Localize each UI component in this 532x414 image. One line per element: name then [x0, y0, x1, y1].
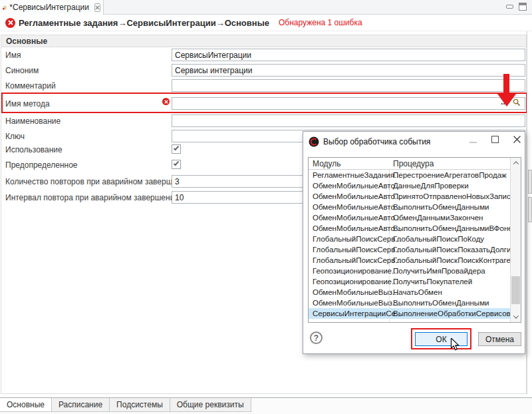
error-count-text: Обнаружена 1 ошибка [279, 18, 362, 27]
table-row[interactable]: ГлобальныйПоискСерв...ГлобальныйПоискПоК… [309, 234, 510, 244]
cell-module: ОбменМобильныеАвто... [313, 223, 401, 234]
table-rows: РегламентныеЗадания...ПерестроениеАгрега… [309, 170, 510, 319]
handlers-table: Модуль Процедура РегламентныеЗадания...П… [308, 157, 521, 323]
comment-input[interactable] [172, 79, 525, 92]
error-badge-icon [5, 18, 15, 28]
label-key: Ключ [5, 132, 25, 141]
method-name-field[interactable]: ... [172, 97, 525, 110]
label-synonym: Синоним [5, 66, 39, 75]
minimize-icon[interactable] [469, 142, 477, 143]
editor-tab-strip: *СервисыИнтеграции [0, 0, 532, 15]
cell-module: Геопозиционирование... [313, 266, 398, 276]
label-method-name: Имя метода [5, 99, 50, 108]
dialog-app-icon [309, 136, 319, 147]
cell-procedure: ДанныеДляПроверки [393, 180, 469, 191]
ruler-marker[interactable] [528, 170, 532, 194]
dialog-titlebar[interactable]: Выбор обработчика события [303, 132, 525, 152]
cell-procedure: ОбменДаннымиЗакончен [393, 212, 483, 223]
table-row[interactable]: РегламентныеЗадания...ПерестроениеАгрега… [309, 170, 510, 180]
cell-module: СервисыИнтеграцииСе... [313, 308, 402, 319]
minimize-view-icon[interactable] [506, 5, 513, 9]
cell-module: ОбменМобильныеАвто... [313, 202, 401, 212]
name-input[interactable] [172, 49, 525, 61]
label-predefined: Предопределенное [5, 160, 78, 170]
table-row[interactable]: ГлобальныйПоискСерв...ГлобальныйПоискПок… [309, 244, 510, 255]
header-bar: Регламентные задания→СервисыИнтеграции→О… [0, 15, 532, 31]
help-button[interactable]: ? [310, 331, 323, 344]
table-header: Модуль Процедура [309, 158, 521, 170]
cancel-button[interactable]: Отмена [478, 332, 521, 346]
cell-module: ОбменМобильныеАвто... [313, 212, 401, 223]
cell-procedure: ПерестроениеАгрегатовПродаж [393, 170, 507, 180]
cell-procedure: ВыполнитьОбменДаннымиВФоне [393, 223, 510, 234]
scheduled-job-icon [3, 3, 7, 13]
check-icon [174, 160, 179, 166]
tab-schedule[interactable]: Расписание [52, 398, 110, 412]
table-row[interactable]: ОбменМобильныеАвто...ВыполнитьОбменДанны… [309, 202, 510, 212]
overview-ruler [527, 31, 532, 394]
breadcrumb: Регламентные задания→СервисыИнтеграции→О… [19, 18, 269, 28]
event-handler-dialog: Выбор обработчика события Модуль Процеду… [303, 131, 525, 354]
scrollbar-thumb[interactable] [511, 276, 520, 304]
cell-module: ОбменМобильныеАвто... [313, 191, 401, 202]
ruler-marker[interactable] [528, 197, 532, 222]
synonym-input[interactable] [172, 64, 525, 77]
table-row[interactable]: ОбменМобильныеВыз...ВыполнитьОбменДанным… [309, 298, 510, 308]
cell-module: РегламентныеЗадания... [313, 170, 401, 180]
close-icon[interactable] [513, 136, 521, 143]
cell-procedure: ПолучитьИмяПровайдера [393, 266, 485, 276]
cell-procedure: ПолучитьПокупателей [393, 276, 472, 287]
column-header-module[interactable]: Модуль [313, 159, 341, 168]
cell-procedure: ВыполнитьОбменДанными [393, 298, 489, 308]
field-error-icon [162, 98, 170, 105]
presentation-input[interactable] [172, 114, 525, 127]
predefined-checkbox[interactable] [172, 160, 181, 169]
table-row[interactable]: ГлобальныйПоискСерв...ГлобальныйПоискПои… [309, 255, 510, 266]
tab-close-icon[interactable] [94, 3, 100, 12]
label-restart-count: Количество повторов при аварийном заверш… [5, 177, 190, 186]
maximize-view-icon[interactable] [519, 3, 527, 11]
tab-common-attributes[interactable]: Общие реквизиты [170, 398, 251, 412]
cell-module: ГлобальныйПоискСерв... [313, 234, 402, 244]
cell-module: ГлобальныйПоискСерв... [313, 244, 402, 255]
label-usage: Использование [5, 145, 63, 154]
table-row[interactable]: Геопозиционирование...ПолучитьИмяПровайд… [309, 266, 510, 276]
table-row[interactable]: ОбменМобильныеАвто...ПринятоОтправленоНо… [309, 191, 510, 202]
label-presentation: Наименование [5, 116, 61, 126]
cell-procedure: ВыполнениеОбработкиСервисовИн... [393, 308, 510, 319]
cell-procedure: ПринятоОтправленоНовыхЗаписей [393, 191, 510, 202]
dialog-title: Выбор обработчика события [323, 137, 430, 146]
table-row[interactable]: ОбменМобильныеВыз...НачатьОбмен [309, 287, 510, 298]
cell-procedure: ГлобальныйПоискПоискКонтрагента [393, 255, 510, 266]
column-header-procedure[interactable]: Процедура [393, 159, 434, 168]
editor-tab-title: *СервисыИнтеграции [9, 3, 89, 12]
label-comment: Комментарий [5, 81, 56, 91]
table-scrollbar[interactable] [510, 158, 521, 322]
table-row[interactable]: Геопозиционирование...ПолучитьПокупателе… [309, 276, 510, 287]
annotation-arrow-head [497, 94, 516, 106]
bottom-tab-bar: Основные Расписание Подсистемы Общие рек… [0, 397, 532, 414]
scroll-down-icon[interactable] [511, 311, 521, 322]
tab-subsystems[interactable]: Подсистемы [110, 398, 170, 412]
cell-module: ОбменМобильныеВыз... [313, 287, 399, 298]
group-header: Основные [1, 35, 526, 47]
group-title: Основные [6, 37, 47, 46]
cell-module: ОбменМобильныеВыз... [313, 298, 399, 308]
label-name: Имя [5, 51, 21, 60]
usage-checkbox[interactable] [172, 144, 181, 154]
scroll-up-icon[interactable] [511, 158, 521, 168]
table-row[interactable]: ОбменМобильныеАвто...ОбменДаннымиЗаконче… [309, 212, 510, 223]
cell-procedure: ГлобальныйПоискПоказатьДолги [393, 244, 510, 255]
cell-module: ГлобальныйПоискСерв... [313, 255, 402, 266]
check-icon [174, 145, 179, 151]
cell-procedure: ВыполнитьОбменДанными [393, 202, 489, 212]
table-row[interactable]: ОбменМобильныеАвто...ВыполнитьОбменДанны… [309, 223, 510, 234]
editor-tab-servicesintegration[interactable]: *СервисыИнтеграции [0, 0, 104, 15]
cell-module: ОбменМобильныеАвто... [313, 180, 401, 191]
cell-module: Геопозиционирование... [313, 276, 398, 287]
label-restart-interval: Интервал повтора при аварийном завершени… [5, 193, 179, 202]
tab-basics[interactable]: Основные [0, 398, 52, 412]
table-row[interactable]: ОбменМобильныеАвто...ДанныеДляПроверки [309, 180, 510, 191]
table-row[interactable]: СервисыИнтеграцииСе...ВыполнениеОбработк… [309, 308, 510, 319]
maximize-icon[interactable] [491, 136, 499, 143]
